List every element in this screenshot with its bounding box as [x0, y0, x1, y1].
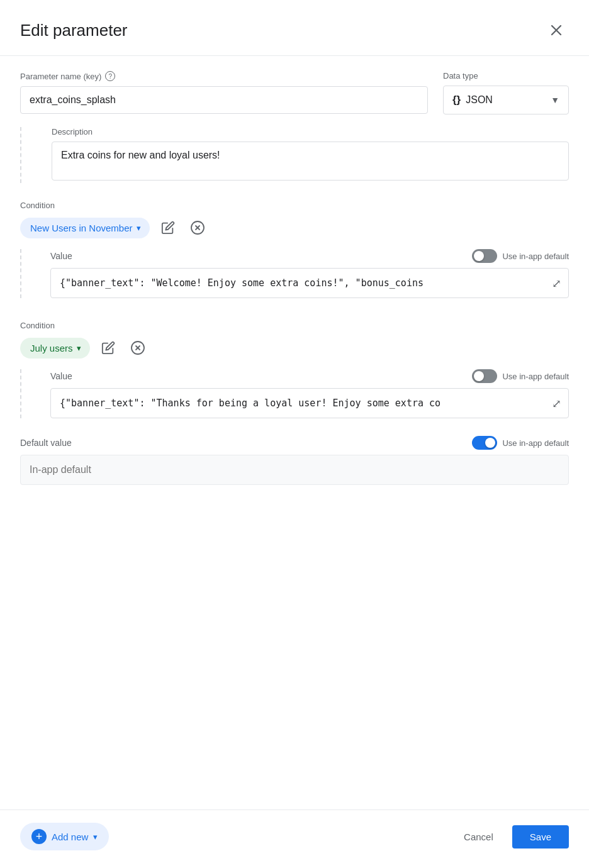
- dialog-footer: + Add new ▾ Cancel Save: [0, 810, 589, 868]
- data-type-section: Data type {} JSON ▼: [443, 71, 569, 114]
- condition2-use-inapp-label: Use in-app default: [502, 372, 569, 381]
- data-type-select[interactable]: {} JSON ▼: [443, 86, 569, 114]
- default-value-section: Default value Use in-app default: [20, 436, 569, 485]
- default-value-toggle[interactable]: [472, 436, 497, 450]
- edit-parameter-dialog: Edit parameter Parameter name (key) ? Da…: [0, 0, 589, 868]
- condition2-edit-button[interactable]: [98, 337, 119, 359]
- param-name-label: Parameter name (key) ?: [20, 71, 428, 81]
- condition1-value-input-row: ⤢: [50, 268, 569, 298]
- description-label: Description: [52, 127, 569, 136]
- footer-actions: Cancel Save: [452, 825, 569, 849]
- json-braces-icon: {}: [452, 94, 461, 106]
- condition1-remove-button[interactable]: [186, 216, 209, 239]
- condition2-label: Condition: [20, 321, 569, 330]
- condition1-value-row: Value Use in-app default: [50, 249, 569, 263]
- condition2-value-section: Value Use in-app default ⤢: [20, 369, 569, 418]
- condition2-chip[interactable]: July users ▾: [20, 338, 90, 359]
- plus-icon: +: [31, 829, 47, 844]
- top-row: Parameter name (key) ? Data type {} JSON…: [20, 71, 569, 114]
- condition2-value-label: Value: [50, 371, 72, 381]
- condition1-value-label: Value: [50, 251, 72, 261]
- condition1-expand-icon[interactable]: ⤢: [552, 277, 561, 291]
- condition2-remove-button[interactable]: [126, 337, 149, 359]
- close-icon: [547, 21, 565, 39]
- condition2-chip-label: July users: [30, 343, 73, 353]
- condition2-toggle[interactable]: [472, 369, 497, 383]
- condition1-chip-label: New Users in November: [30, 223, 133, 233]
- condition1-value-section: Value Use in-app default ⤢: [20, 249, 569, 298]
- condition2-value-row: Value Use in-app default: [50, 369, 569, 383]
- add-new-button[interactable]: + Add new ▾: [20, 823, 109, 850]
- data-type-value: JSON: [466, 94, 493, 106]
- condition1-use-inapp-label: Use in-app default: [502, 252, 569, 261]
- condition1-value-input[interactable]: [50, 268, 569, 298]
- default-value-input[interactable]: [20, 455, 569, 485]
- add-new-label: Add new: [52, 832, 88, 842]
- save-button[interactable]: Save: [512, 825, 569, 849]
- default-value-label: Default value: [20, 438, 72, 448]
- pencil-icon: [161, 221, 175, 235]
- condition1-label: Condition: [20, 201, 569, 210]
- param-name-input[interactable]: [20, 86, 428, 114]
- condition2-chevron-icon: ▾: [77, 343, 81, 353]
- condition1-toggle[interactable]: [472, 249, 497, 263]
- pencil-icon: [101, 341, 115, 355]
- condition1-row: New Users in November ▾: [20, 216, 569, 239]
- condition2-value-input-row: ⤢: [50, 388, 569, 418]
- default-use-inapp-label: Use in-app default: [502, 438, 569, 448]
- condition1-edit-button[interactable]: [157, 217, 179, 238]
- help-icon[interactable]: ?: [105, 71, 115, 81]
- add-new-chevron-icon: ▾: [93, 832, 98, 842]
- circle-x-icon: [190, 220, 205, 235]
- dialog-header: Edit parameter: [0, 0, 589, 55]
- dialog-body: Parameter name (key) ? Data type {} JSON…: [0, 56, 589, 789]
- condition2-value-input[interactable]: [50, 388, 569, 418]
- description-input[interactable]: Extra coins for new and loyal users!: [52, 142, 569, 181]
- condition2-expand-icon[interactable]: ⤢: [552, 397, 561, 411]
- param-name-section: Parameter name (key) ?: [20, 71, 428, 114]
- condition1-chevron-icon: ▾: [137, 223, 141, 233]
- condition1-chip[interactable]: New Users in November ▾: [20, 218, 150, 238]
- data-type-label: Data type: [443, 71, 569, 81]
- dialog-title: Edit parameter: [20, 21, 128, 40]
- description-section: Description Extra coins for new and loya…: [20, 127, 569, 183]
- chevron-down-icon: ▼: [551, 95, 559, 105]
- cancel-button[interactable]: Cancel: [452, 825, 505, 849]
- condition2-row: July users ▾: [20, 337, 569, 359]
- circle-x-icon: [130, 340, 145, 355]
- close-button[interactable]: [544, 18, 569, 43]
